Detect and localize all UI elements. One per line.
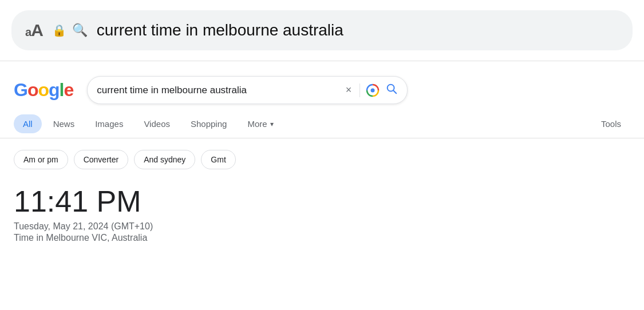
address-bar[interactable]: aA 🔒 🔍 current time in melbourne austral… <box>11 10 633 50</box>
current-time-display: 11:41 PM <box>14 185 630 218</box>
date-line: Tuesday, May 21, 2024 (GMT+10) <box>14 221 630 232</box>
icon-divider <box>359 84 360 97</box>
search-box[interactable]: × <box>87 76 408 104</box>
font-size-control: aA <box>25 21 43 40</box>
chip-and-sydney[interactable]: And sydney <box>134 150 195 169</box>
tab-news[interactable]: News <box>44 114 84 133</box>
google-lens-icon[interactable] <box>366 84 380 97</box>
header-divider <box>0 61 644 61</box>
tab-shopping[interactable]: Shopping <box>181 114 236 133</box>
chevron-down-icon: ▾ <box>270 120 274 128</box>
svg-point-1 <box>371 88 375 92</box>
tab-tools[interactable]: Tools <box>592 114 630 133</box>
time-result: 11:41 PM Tuesday, May 21, 2024 (GMT+10) … <box>0 178 644 250</box>
search-button[interactable] <box>385 82 398 98</box>
google-logo: Google <box>14 80 73 101</box>
address-bar-icons: 🔒 🔍 <box>52 23 88 38</box>
svg-line-3 <box>393 90 396 93</box>
lock-icon: 🔒 <box>52 23 66 37</box>
nav-tabs: All News Images Videos Shopping More ▾ T… <box>0 110 644 138</box>
chips-container: Am or pm Converter And sydney Gmt <box>0 145 644 178</box>
tab-more[interactable]: More ▾ <box>238 114 282 133</box>
google-header: Google × <box>0 70 644 110</box>
tab-images[interactable]: Images <box>86 114 132 133</box>
tab-videos[interactable]: Videos <box>135 114 179 133</box>
chip-gmt[interactable]: Gmt <box>201 150 235 169</box>
address-bar-query: current time in melbourne australia <box>97 21 343 39</box>
search-indicator-icon: 🔍 <box>72 23 88 38</box>
location-line: Time in Melbourne VIC, Australia <box>14 233 630 243</box>
tab-all[interactable]: All <box>14 114 42 133</box>
clear-button[interactable]: × <box>343 83 354 97</box>
chip-converter[interactable]: Converter <box>74 150 128 169</box>
search-input[interactable] <box>97 85 338 96</box>
search-box-icons: × <box>343 82 398 98</box>
chip-am-or-pm[interactable]: Am or pm <box>14 150 68 169</box>
